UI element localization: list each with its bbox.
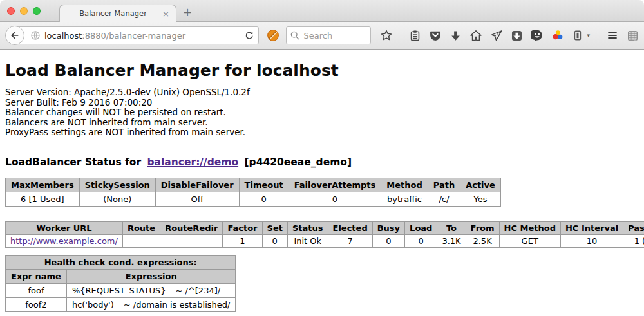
table-header-row: MaxMembers StickySession DisableFailover… — [6, 178, 501, 192]
container-icon — [572, 30, 583, 41]
url-text[interactable]: localhost:8880/balancer-manager — [44, 31, 236, 41]
downloads-button[interactable] — [450, 30, 462, 42]
cell-expression: %{REQUEST_STATUS} =~ /^[234]/ — [66, 283, 236, 297]
mosaic-grid-icon — [627, 30, 639, 42]
table-row: foof %{REQUEST_STATUS} =~ /^[234]/ — [6, 283, 236, 297]
table-row: foof2 hc('body') =~ /domain is establish… — [6, 297, 236, 311]
home-button[interactable] — [469, 29, 482, 42]
home-icon — [469, 29, 482, 42]
column-header: Timeout — [239, 178, 289, 192]
send-plane-icon — [490, 29, 503, 42]
reading-list-button[interactable] — [409, 30, 421, 42]
server-info: Server Version: Apache/2.5.0-dev (Unix) … — [5, 88, 644, 138]
traffic-lights — [7, 7, 41, 15]
cell-status: Init Ok — [287, 234, 328, 247]
cell-hc-method: GET — [499, 234, 560, 247]
search-box — [286, 26, 371, 44]
column-header: StickySession — [79, 178, 155, 192]
cell-passes: 1 (0) — [623, 234, 644, 247]
column-header: From — [466, 221, 499, 234]
cell-from: 2.5K — [466, 234, 499, 247]
column-header: FailoverAttempts — [289, 178, 381, 192]
balancer-demo-link[interactable]: balancer://demo — [147, 156, 238, 168]
cell-timeout: 0 — [239, 192, 289, 206]
cell-expression: hc('body') =~ /domain is established/ — [66, 297, 236, 311]
cell-method: bytraffic — [381, 192, 428, 206]
cell-maxmembers: 6 [1 Used] — [6, 192, 80, 206]
column-header: Passes — [623, 221, 644, 234]
reading-list-icon — [409, 30, 421, 42]
balancer-status-heading: LoadBalancer Status for balancer://demo … — [5, 156, 644, 168]
window-zoom-button[interactable] — [33, 7, 41, 15]
cell-set: 0 — [262, 234, 287, 247]
column-header: MaxMembers — [6, 178, 80, 192]
content-blocked-button[interactable] — [267, 29, 279, 42]
video-download-button[interactable] — [511, 30, 523, 42]
column-header: To — [437, 221, 466, 234]
send-tab-button[interactable] — [490, 29, 503, 42]
cell-route — [122, 234, 160, 247]
proxypass-notice-line: ProxyPass settings are NOT inherited fro… — [5, 127, 644, 138]
bookmark-star-button[interactable] — [380, 29, 393, 42]
url-domain: localhost — [44, 31, 82, 41]
cell-load: 0 — [405, 234, 437, 247]
table-row: http://www.example.com/ 1 0 Init Ok 7 0 … — [6, 234, 644, 247]
container-extension-button[interactable] — [572, 30, 583, 41]
bookmark-star-icon — [380, 29, 393, 42]
url-path: :8880/balancer-manager — [82, 31, 185, 41]
globe-icon — [30, 30, 41, 41]
url-bar[interactable]: localhost:8880/balancer-manager — [14, 26, 259, 44]
smiley-bubble-icon — [531, 29, 544, 42]
table-title-row: Health check cond. expressions: — [6, 255, 236, 269]
downloads-icon — [450, 30, 462, 42]
cell-busy: 0 — [372, 234, 404, 247]
column-header: Busy — [372, 221, 404, 234]
column-header: Expression — [66, 269, 236, 283]
column-header: Method — [381, 178, 428, 192]
column-header: Active — [460, 178, 501, 192]
toolbar-buttons: ▾ — [380, 29, 639, 42]
reload-button[interactable] — [244, 30, 254, 41]
column-header: Path — [428, 178, 460, 192]
page-title: Load Balancer Manager for localhost — [5, 61, 644, 80]
worker-status-table: Worker URL Route RouteRedir Factor Set S… — [5, 221, 644, 248]
page-content: Load Balancer Manager for localhost Serv… — [0, 61, 644, 316]
column-header: DisableFailover — [155, 178, 239, 192]
cell-factor: 1 — [223, 234, 262, 247]
window-minimize-button[interactable] — [20, 7, 28, 15]
heading-prefix: LoadBalancer Status for — [5, 156, 141, 168]
cell-expr-name: foof2 — [6, 297, 67, 311]
pocket-button[interactable] — [429, 29, 442, 42]
column-header: Set — [262, 221, 287, 234]
tab-close-icon[interactable]: × — [161, 10, 171, 18]
colored-dots-extension-button[interactable] — [551, 29, 564, 42]
persist-notice-line: Balancer changes will NOT be persisted o… — [5, 107, 644, 118]
colored-dots-icon — [551, 29, 564, 42]
pocket-icon — [429, 29, 442, 42]
mosaic-extension-button[interactable] — [627, 30, 639, 42]
heading-suffix: [p4420eeae_demo] — [245, 156, 352, 168]
tab-balancer-manager[interactable]: Balancer Manager × — [59, 5, 176, 22]
table-row: 6 [1 Used] (None) Off 0 0 bytraffic /c/ … — [6, 192, 501, 206]
back-button[interactable] — [5, 26, 24, 45]
back-arrow-icon — [10, 30, 20, 41]
new-tab-button[interactable]: + — [176, 5, 198, 21]
cell-stickysession: (None) — [79, 192, 155, 206]
menu-button[interactable] — [606, 29, 619, 42]
content-blocked-icon — [267, 29, 279, 42]
reload-icon — [244, 30, 254, 41]
column-header: Load — [405, 221, 437, 234]
divider — [401, 29, 401, 42]
chevron-down-icon[interactable]: ▾ — [587, 32, 590, 39]
window-close-button[interactable] — [7, 7, 15, 15]
cell-expr-name: foof — [6, 283, 67, 297]
divider — [598, 29, 598, 42]
browser-window: Balancer Manager × + localhost:8880/bala… — [0, 0, 644, 316]
server-built-line: Server Built: Feb 9 2016 07:00:20 — [5, 98, 644, 108]
feedback-smiley-button[interactable] — [531, 29, 544, 42]
column-header: RouteRedir — [160, 221, 223, 234]
worker-url-link[interactable]: http://www.example.com/ — [10, 236, 118, 246]
cell-disablefailover: Off — [155, 192, 239, 206]
column-header: Expr name — [6, 269, 67, 283]
titlebar: Balancer Manager × + — [0, 0, 644, 22]
